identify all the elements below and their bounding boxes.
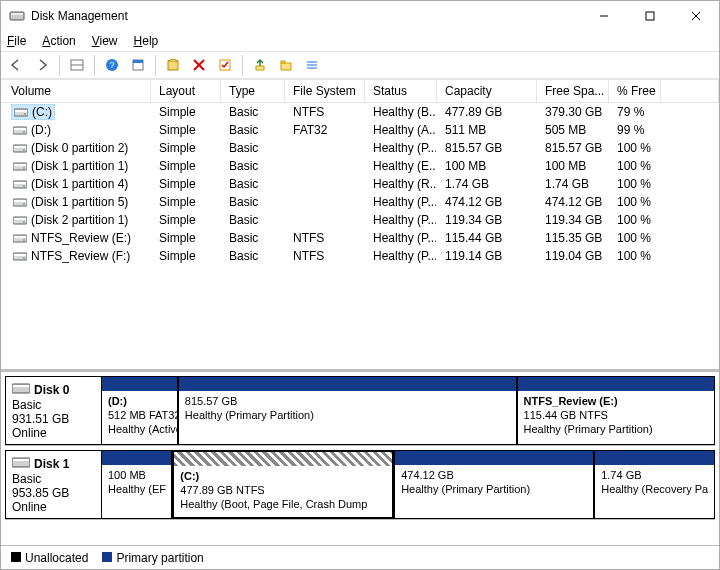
menu-help[interactable]: Help [134,34,159,48]
cell-layout: Simple [151,175,221,193]
cell-status: Healthy (R... [365,175,437,193]
col-filesystem[interactable]: File System [285,80,365,102]
settings-button[interactable] [127,54,149,76]
volume-name: (C:) [32,105,52,119]
col-type[interactable]: Type [221,80,285,102]
up-button[interactable] [249,54,271,76]
volume-name: (Disk 1 partition 1) [31,159,128,173]
menu-file[interactable]: File [7,34,26,48]
volume-row[interactable]: (Disk 2 partition 1)SimpleBasicHealthy (… [1,211,719,229]
volume-name: (Disk 2 partition 1) [31,213,128,227]
cell-free: 115.35 GB [537,229,609,247]
svg-rect-18 [281,61,285,63]
action-script-button[interactable] [162,54,184,76]
volume-row[interactable]: NTFS_Review (F:)SimpleBasicNTFSHealthy (… [1,247,719,265]
menu-bar: File Action View Help [1,31,719,51]
cell-type: Basic [221,229,285,247]
drive-icon [13,196,27,208]
col-volume[interactable]: Volume [1,80,151,102]
cell-status: Healthy (B... [365,103,437,121]
drive-icon [13,250,27,262]
volume-row[interactable]: (Disk 0 partition 2)SimpleBasicHealthy (… [1,139,719,157]
disk-header[interactable]: Disk 0Basic931.51 GBOnline [5,376,101,445]
svg-rect-38 [14,200,26,202]
col-layout[interactable]: Layout [151,80,221,102]
volume-row[interactable]: (Disk 1 partition 4)SimpleBasicHealthy (… [1,175,719,193]
maximize-button[interactable] [627,1,673,31]
cell-type: Basic [221,103,285,121]
disk-name: Disk 0 [34,383,69,397]
drive-icon [13,124,27,136]
svg-point-33 [23,167,25,169]
partition-block[interactable]: NTFS_Review (E:)115.44 GB NTFSHealthy (P… [517,376,715,445]
col-capacity[interactable]: Capacity [437,80,537,102]
svg-rect-12 [168,61,178,70]
svg-point-30 [23,149,25,151]
volume-name: NTFS_Review (F:) [31,249,130,263]
col-free-space[interactable]: Free Spa... [537,80,609,102]
close-button[interactable] [673,1,719,31]
minimize-button[interactable] [581,1,627,31]
partition-block[interactable]: 815.57 GBHealthy (Primary Partition) [178,376,517,445]
titlebar: Disk Management [1,1,719,31]
cell-filesystem: FAT32 [285,121,365,139]
volume-row[interactable]: NTFS_Review (E:)SimpleBasicNTFSHealthy (… [1,229,719,247]
cell-pct: 100 % [609,229,661,247]
cell-filesystem [285,211,365,229]
help-button[interactable]: ? [101,54,123,76]
delete-button[interactable] [188,54,210,76]
svg-rect-21 [307,67,317,69]
partition-stripe [395,451,593,465]
partition-status: Healthy (EF [108,483,165,497]
volume-row[interactable]: (C:)SimpleBasicNTFSHealthy (B...477.89 G… [1,103,719,121]
partition-block[interactable]: 100 MBHealthy (EF [101,450,172,519]
svg-rect-52 [13,459,29,461]
disk-type: Basic [12,398,95,412]
volume-row[interactable]: (D:)SimpleBasicFAT32Healthy (A...511 MB5… [1,121,719,139]
partition-status: Healthy (Primary Partition) [524,423,708,437]
volume-row[interactable]: (Disk 1 partition 5)SimpleBasicHealthy (… [1,193,719,211]
partition-block[interactable]: 474.12 GBHealthy (Primary Partition) [394,450,594,519]
volume-name: (Disk 1 partition 5) [31,195,128,209]
col-status[interactable]: Status [365,80,437,102]
svg-rect-26 [14,128,26,130]
list-button[interactable] [301,54,323,76]
forward-button[interactable] [31,54,53,76]
svg-rect-35 [14,182,26,184]
svg-point-39 [23,203,25,205]
check-button[interactable] [214,54,236,76]
col-pct-free[interactable]: % Free [609,80,661,102]
cell-capacity: 119.34 GB [437,211,537,229]
svg-rect-3 [646,12,654,20]
partition-title: NTFS_Review (E:) [524,395,708,409]
partition-block[interactable]: (C:)477.89 GB NTFSHealthy (Boot, Page Fi… [172,450,394,519]
volume-row[interactable]: (Disk 1 partition 1)SimpleBasicHealthy (… [1,157,719,175]
disk-icon [12,455,30,472]
menu-action[interactable]: Action [42,34,75,48]
cell-type: Basic [221,247,285,265]
drive-icon [13,178,27,190]
partition-size: 512 MB FAT32 [108,409,171,423]
svg-rect-1 [11,13,23,15]
cell-pct: 100 % [609,157,661,175]
back-button[interactable] [5,54,27,76]
legend-unallocated: Unallocated [11,551,88,565]
volume-name: (D:) [31,123,51,137]
window-title: Disk Management [31,9,581,23]
menu-view[interactable]: View [92,34,118,48]
partition-stripe [595,451,714,465]
partition-block[interactable]: 1.74 GBHealthy (Recovery Pa [594,450,715,519]
svg-rect-19 [307,61,317,63]
partition-block[interactable]: (D:)512 MB FAT32Healthy (Active, EFI S [101,376,178,445]
disk-name: Disk 1 [34,457,69,471]
layout-button[interactable] [66,54,88,76]
disk-header[interactable]: Disk 1Basic953.85 GBOnline [5,450,101,519]
svg-point-42 [23,221,25,223]
partition-stripe [179,377,516,391]
cell-status: Healthy (P... [365,139,437,157]
partition-status: Healthy (Recovery Pa [601,483,708,497]
folder-button[interactable] [275,54,297,76]
cell-layout: Simple [151,157,221,175]
cell-capacity: 477.89 GB [437,103,537,121]
disk-type: Basic [12,472,95,486]
